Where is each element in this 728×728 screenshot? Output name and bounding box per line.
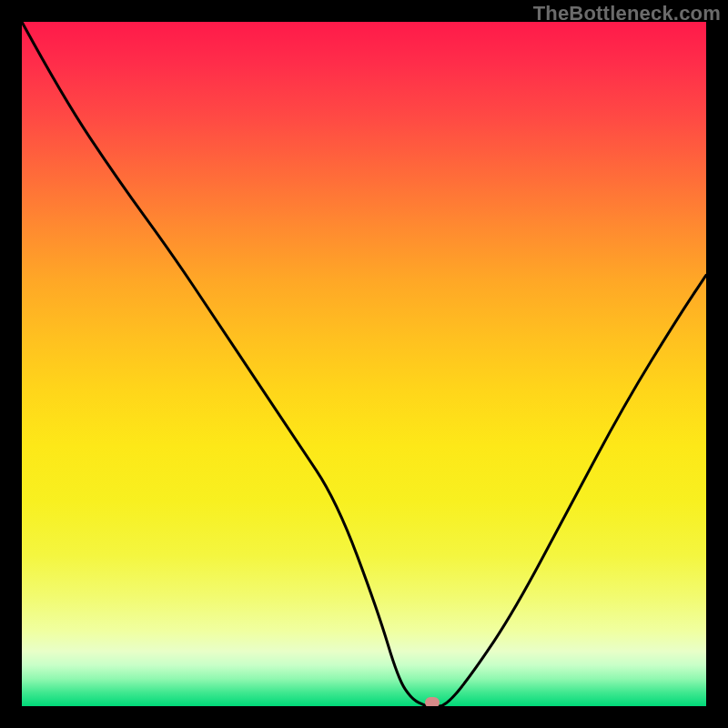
chart-frame: TheBottleneck.com xyxy=(0,0,728,728)
bottleneck-curve xyxy=(22,22,706,706)
plot-area xyxy=(22,22,706,706)
optimal-point-marker xyxy=(425,697,440,706)
